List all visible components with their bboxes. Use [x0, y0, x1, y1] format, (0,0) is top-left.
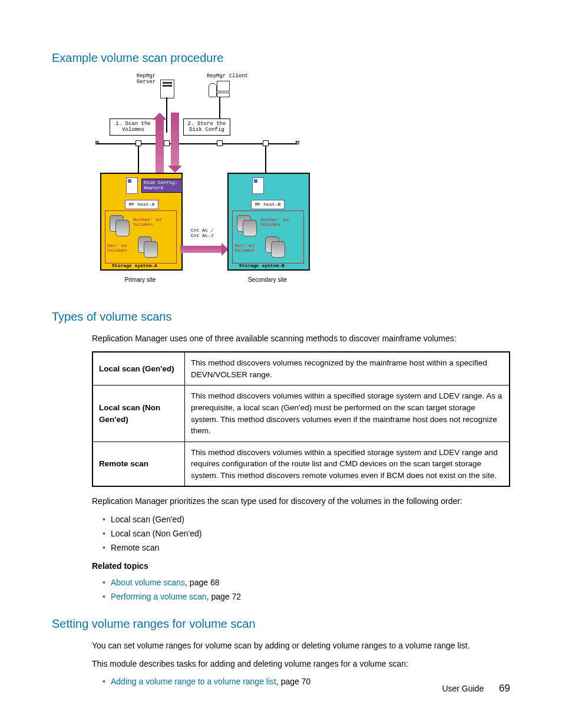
link-adding-volume-range[interactable]: Adding a volume range to a volume range … [111, 677, 276, 686]
link-suffix: , page 70 [276, 677, 310, 686]
mf-host-b-label: MF host-B [251, 200, 285, 209]
table-row: Local scan (Gen'ed) This method discover… [92, 352, 510, 386]
storage-system-a-label: Storage system-A [112, 262, 157, 269]
cell-label: Local scan (Non Gen'ed) [92, 386, 185, 442]
step1-box: 1. Scan theVolumes [110, 118, 157, 136]
heading-example-procedure: Example volume scan procedure [52, 50, 510, 67]
cell-label: Local scan (Gen'ed) [92, 352, 185, 386]
bus-end-icon: ⊠ [94, 140, 100, 146]
host-icon [252, 177, 264, 194]
list-item: Local scan (Non Gen'ed) [103, 528, 510, 539]
bus-node [164, 140, 170, 146]
footer-title: User Guide [442, 684, 484, 693]
setting-p1: You can set volume ranges for volume sca… [92, 640, 510, 651]
cnt-ac-label: Cnt Ac /Cnt Ac-J [183, 228, 222, 239]
page-number: 69 [499, 683, 510, 694]
connector-line [138, 146, 139, 174]
server-icon [160, 80, 174, 98]
bus-node [217, 140, 223, 146]
link-about-volume-scans[interactable]: About volume scans [111, 578, 185, 587]
priority-list: Local scan (Gen'ed) Local scan (Non Gen'… [92, 513, 510, 554]
arrow-right-icon [180, 246, 222, 253]
arrow-up-icon [156, 120, 164, 173]
list-item: Remote scan [103, 542, 510, 554]
setting-p2: This module describes tasks for adding a… [92, 658, 510, 670]
gen-volumes-label: Gen' edVolumes [107, 243, 135, 253]
connector-line [265, 146, 266, 174]
disk-icon [144, 241, 158, 258]
disk-icon [271, 241, 285, 258]
cell-desc: This method discovers volumes within a s… [185, 442, 510, 486]
priority-intro-text: Replication Manager prioritizes the scan… [92, 495, 510, 507]
primary-site-caption: Primary site [111, 276, 170, 283]
gen-volumes-label: Gen' edVolumes [234, 243, 263, 253]
nongen-volumes-label: NonGen' edVolumes [133, 218, 173, 228]
scan-types-table: Local scan (Gen'ed) This method discover… [92, 351, 510, 487]
nongen-volumes-label: NonGen' edVolumes [260, 218, 300, 228]
page-footer: User Guide 69 [442, 681, 510, 696]
host-icon [126, 177, 138, 194]
table-row: Remote scan This method discovers volume… [92, 442, 510, 486]
related-topics-list: About volume scans, page 68 Performing a… [92, 577, 510, 603]
link-performing-volume-scan[interactable]: Performing a volume scan [111, 592, 207, 601]
step2-box: 2. Store theDisk Config [183, 118, 230, 136]
bus-end-icon: ⊠ [295, 140, 300, 146]
list-item: Performing a volume scan, page 72 [103, 591, 510, 602]
link-suffix: , page 72 [207, 592, 241, 601]
disk-config-label: Disk Config:NewYork [141, 179, 183, 193]
mf-host-a-label: MF host-A [125, 200, 158, 209]
cell-desc: This method discovers volumes within a s… [185, 386, 510, 442]
cell-label: Remote scan [92, 442, 185, 486]
heading-setting-volume-ranges: Setting volume ranges for volume scan [52, 615, 510, 633]
repmgr-client-label: RepMgr Client [201, 74, 254, 80]
disk-icon [115, 220, 130, 236]
list-item: Local scan (Gen'ed) [103, 513, 510, 525]
table-row: Local scan (Non Gen'ed) This method disc… [92, 386, 510, 442]
diagram-container: RepMgrServer RepMgr Client 1. Scan theVo… [92, 74, 510, 292]
client-icon [209, 81, 230, 97]
volume-scan-diagram: RepMgrServer RepMgr Client 1. Scan theVo… [92, 74, 310, 292]
disk-icon [243, 220, 257, 236]
storage-system-b-label: Storage system-B [239, 262, 285, 269]
arrow-down-icon [171, 113, 179, 166]
cell-desc: This method discovers volumes recognized… [185, 352, 510, 386]
related-topics-heading: Related topics [92, 560, 510, 572]
secondary-site-caption: Secondary site [238, 276, 297, 283]
link-suffix: , page 68 [185, 578, 219, 587]
repmgr-server-label: RepMgrServer [128, 74, 164, 85]
types-intro-text: Replication Manager uses one of three av… [92, 332, 510, 344]
heading-types-of-scans: Types of volume scans [52, 308, 510, 325]
list-item: About volume scans, page 68 [103, 577, 510, 588]
